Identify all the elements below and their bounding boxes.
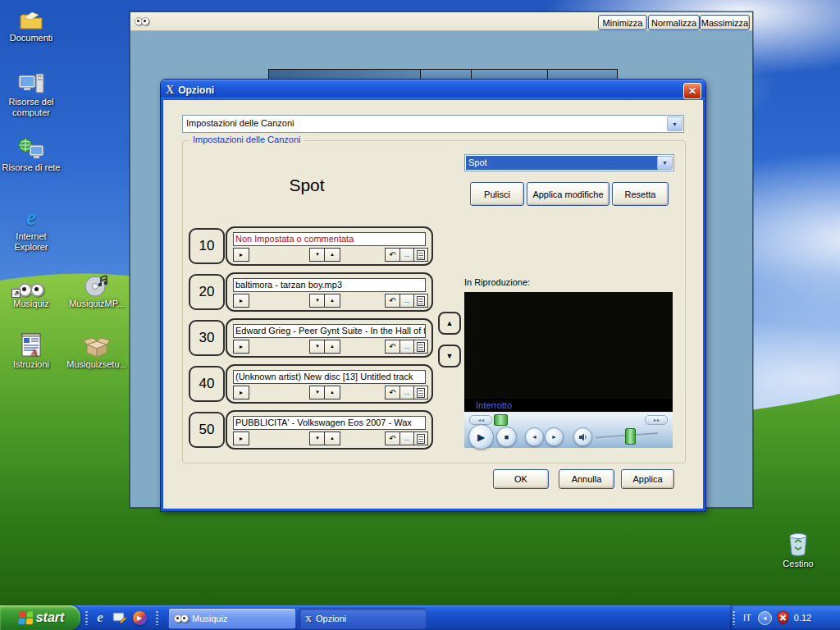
volume-slider[interactable] xyxy=(625,428,636,445)
desktop-icon-documenti[interactable]: Documenti xyxy=(0,3,62,43)
play-row-button[interactable]: ▸ xyxy=(233,248,249,262)
desktop-icon-risorse-rete[interactable]: Risorse di rete xyxy=(0,133,62,173)
song-title-field[interactable]: Edward Grieg - Peer Gynt Suite - In the … xyxy=(233,324,426,338)
browse-button[interactable]: ... xyxy=(399,386,414,399)
play-row-button[interactable]: ▸ xyxy=(233,386,249,399)
play-button[interactable]: ▶ xyxy=(468,424,494,450)
undo-button[interactable]: ↶ xyxy=(385,340,400,354)
song-row-number: 20 xyxy=(189,274,225,310)
chevron-down-icon[interactable]: ▼ xyxy=(657,156,673,170)
notes-button[interactable] xyxy=(413,431,428,445)
speaker-icon xyxy=(578,433,587,441)
windows-flag-icon xyxy=(16,610,33,626)
dialog-body: Impostazioni delle Canzoni ▼ Impostazion… xyxy=(163,100,703,509)
seek-slider[interactable] xyxy=(494,414,508,426)
recycle-bin-icon xyxy=(767,529,829,557)
undo-button[interactable]: ↶ xyxy=(385,294,400,308)
applica-modifiche-button[interactable]: Applica modifiche xyxy=(527,182,609,206)
volume-up-button[interactable]: ▲ xyxy=(324,294,340,308)
close-button[interactable]: ✕ xyxy=(683,83,701,99)
section-combobox-value: Impostazioni delle Canzoni xyxy=(186,118,294,128)
volume-up-button[interactable]: ▲ xyxy=(324,340,340,354)
quicklaunch-show-desktop-icon[interactable] xyxy=(112,609,128,626)
ok-button[interactable]: OK xyxy=(493,469,549,489)
hide-icons-chevron[interactable]: ◄ xyxy=(758,611,772,625)
notes-button[interactable] xyxy=(413,248,428,262)
desktop-icon-cestino[interactable]: Cestino xyxy=(767,529,829,569)
volume-down-button[interactable]: ▼ xyxy=(309,386,326,399)
previous-button[interactable]: ◄ xyxy=(525,427,544,446)
annulla-button[interactable]: Annulla xyxy=(559,469,614,489)
volume-up-button[interactable]: ▲ xyxy=(324,386,340,399)
cd-music-icon xyxy=(66,269,128,297)
desktop-icon-musiquiz[interactable]: ↗ Musiquiz xyxy=(0,269,62,309)
type-combobox-value: Spot xyxy=(466,156,659,170)
volume-down-button[interactable]: ▼ xyxy=(309,248,326,262)
desktop-icon-label: Istruzioni xyxy=(0,359,62,370)
resetta-button[interactable]: Resetta xyxy=(612,182,669,206)
start-button[interactable]: start xyxy=(0,605,80,630)
song-row: 40 (Unknown artist) New disc [13] Untitl… xyxy=(187,363,431,401)
quicklaunch-handle[interactable] xyxy=(156,610,158,625)
system-tray: IT ◄ 0.12 xyxy=(730,605,840,630)
desktop-icon-istruzioni[interactable]: A Istruzioni xyxy=(0,330,62,370)
song-title-field[interactable]: Non Impostata o commentata xyxy=(233,232,426,246)
tray-handle[interactable] xyxy=(733,610,735,625)
shortcut-arrow-icon: ↗ xyxy=(11,289,21,298)
language-indicator[interactable]: IT xyxy=(743,613,751,623)
desktop-icon-musiquizsetup[interactable]: Musiquizsetu... xyxy=(66,330,128,370)
notes-button[interactable] xyxy=(413,294,428,308)
browse-button[interactable]: ... xyxy=(399,431,414,445)
notes-button[interactable] xyxy=(413,340,428,354)
minimize-window-button[interactable]: Minimizza xyxy=(598,15,647,30)
browse-button[interactable]: ... xyxy=(399,340,414,354)
desktop-icon-internet-explorer[interactable]: e Internet Explorer xyxy=(0,202,62,253)
security-shield-icon[interactable] xyxy=(776,610,790,625)
desktop-icon-risorse-computer[interactable]: Risorse del computer xyxy=(0,67,62,118)
move-down-button[interactable]: ▼ xyxy=(438,345,461,368)
browse-button[interactable]: ... xyxy=(399,294,414,308)
maximize-window-button[interactable]: Massimizza xyxy=(700,15,750,30)
play-row-button[interactable]: ▸ xyxy=(233,431,249,445)
applica-button[interactable]: Applica xyxy=(621,469,674,489)
song-title-field[interactable]: PUBBLICITA' - Volkswagen Eos 2007 - Wax xyxy=(233,416,426,430)
volume-down-button[interactable]: ▼ xyxy=(309,340,326,354)
musiquiz-eyes-icon xyxy=(135,17,148,25)
task-label: Opzioni xyxy=(316,614,346,623)
pulisci-button[interactable]: Pulisci xyxy=(470,182,524,206)
undo-button[interactable]: ↶ xyxy=(385,248,400,262)
volume-down-button[interactable]: ▼ xyxy=(309,294,326,308)
notes-button[interactable] xyxy=(413,386,428,399)
undo-button[interactable]: ↶ xyxy=(385,386,400,399)
song-title-field[interactable]: (Unknown artist) New disc [13] Untitled … xyxy=(233,370,426,384)
svg-text:A: A xyxy=(30,347,37,357)
restore-window-button[interactable]: Normalizza xyxy=(648,15,700,30)
song-row: 30 Edward Grieg - Peer Gynt Suite - In t… xyxy=(187,317,431,355)
next-button[interactable]: ► xyxy=(545,427,564,446)
document-icon xyxy=(417,296,425,306)
play-row-button[interactable]: ▸ xyxy=(233,294,249,308)
chevron-down-icon[interactable]: ▼ xyxy=(667,116,682,131)
desktop-icon-label: Musiquizsetu... xyxy=(66,359,128,370)
taskbar-task-musiquiz[interactable]: Musiquiz xyxy=(168,608,296,629)
fast-forward-button[interactable]: ►► xyxy=(645,415,668,425)
section-combobox[interactable]: Impostazioni delle Canzoni ▼ xyxy=(182,115,684,133)
volume-down-button[interactable]: ▼ xyxy=(309,431,326,445)
volume-up-button[interactable]: ▲ xyxy=(324,248,340,262)
undo-button[interactable]: ↶ xyxy=(385,431,400,445)
song-title-field[interactable]: baltimora - tarzan boy.mp3 xyxy=(233,278,426,292)
play-row-button[interactable]: ▸ xyxy=(233,340,249,354)
mute-button[interactable] xyxy=(573,427,592,446)
clock[interactable]: 0.12 xyxy=(794,613,811,623)
desktop-icon-musiquizmp[interactable]: MusiquizMP... xyxy=(66,269,128,309)
browse-button[interactable]: ... xyxy=(399,248,414,262)
quicklaunch-wmp-icon[interactable]: ▶ xyxy=(131,609,148,626)
move-up-button[interactable]: ▲ xyxy=(438,312,461,335)
quicklaunch-ie-icon[interactable]: e xyxy=(92,609,108,626)
taskbar-task-opzioni[interactable]: X Opzioni xyxy=(299,608,427,629)
stop-button[interactable]: ■ xyxy=(496,427,517,447)
dialog-titlebar[interactable]: X Opzioni xyxy=(161,80,705,100)
quicklaunch-handle[interactable] xyxy=(85,610,88,625)
type-combobox[interactable]: Spot ▼ xyxy=(464,154,674,171)
volume-up-button[interactable]: ▲ xyxy=(324,431,340,445)
